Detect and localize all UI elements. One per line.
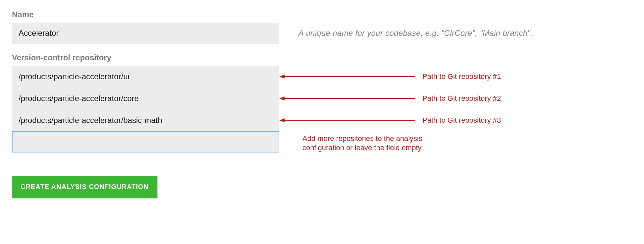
- arrow-left-icon: [279, 117, 418, 124]
- repo-annotation-blank: Add more repositories to the analysis co…: [302, 134, 445, 152]
- name-hint: A unique name for your codebase, e.g. "C…: [298, 29, 533, 38]
- repo-label: Version-control repository: [12, 53, 632, 62]
- repo-input-blank[interactable]: [12, 131, 279, 152]
- create-analysis-configuration-button[interactable]: CREATE ANALYSIS CONFIGURATION: [12, 176, 157, 198]
- arrow-left-icon: [279, 95, 418, 102]
- repo-field-group: Version-control repository Path to Git r…: [12, 53, 632, 152]
- name-label: Name: [12, 10, 632, 19]
- name-input[interactable]: [12, 23, 279, 44]
- repo-annotation-3: Path to Git repository #3: [422, 116, 501, 125]
- name-field-group: Name A unique name for your codebase, e.…: [12, 10, 632, 44]
- repo-annotation-1: Path to Git repository #1: [422, 72, 501, 81]
- svg-marker-1: [279, 75, 285, 79]
- repo-input-stack: [12, 66, 279, 131]
- repo-input-3[interactable]: [12, 109, 279, 131]
- svg-marker-3: [279, 96, 285, 100]
- repo-annotation-2: Path to Git repository #2: [422, 94, 501, 103]
- repo-input-1[interactable]: [12, 66, 279, 88]
- repo-annotation-stack: Path to Git repository #1 Path to Git re…: [279, 66, 632, 131]
- repo-input-2[interactable]: [12, 88, 279, 109]
- arrow-left-icon: [279, 73, 418, 80]
- svg-marker-5: [279, 118, 285, 122]
